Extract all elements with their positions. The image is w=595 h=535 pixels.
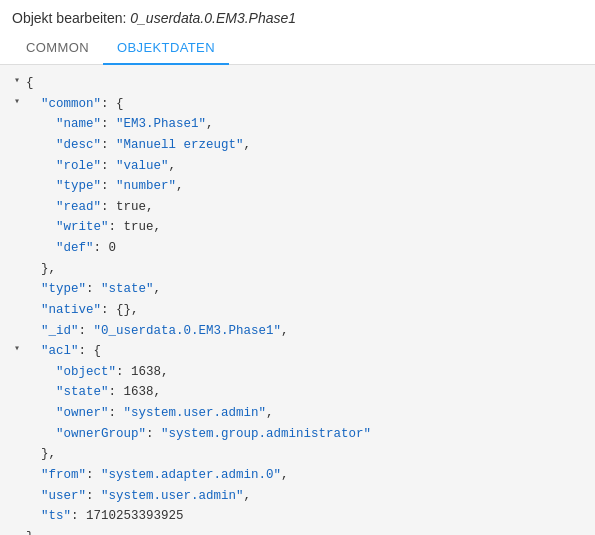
json-part: , <box>176 176 184 197</box>
json-part: : {} <box>101 300 131 321</box>
json-part: , <box>206 114 214 135</box>
tab-objektdaten[interactable]: OBJEKTDATEN <box>103 32 229 65</box>
json-part: : <box>101 135 116 156</box>
page-header: Objekt bearbeiten: 0_userdata.0.EM3.Phas… <box>0 0 595 32</box>
json-part: , <box>154 382 162 403</box>
json-part: , <box>244 135 252 156</box>
indent-spacer <box>26 197 56 218</box>
json-part: : <box>101 176 116 197</box>
json-line: "ts": 1710253393925 <box>8 506 595 527</box>
json-line: "state": 1638, <box>8 382 595 403</box>
json-part: "role" <box>56 156 101 177</box>
indent-spacer <box>26 506 41 527</box>
header-prefix: Objekt bearbeiten: <box>12 10 130 26</box>
indent-spacer <box>26 238 56 259</box>
collapse-toggle[interactable]: ▾ <box>8 73 26 90</box>
json-part: "system.user.admin" <box>101 486 244 507</box>
json-line: "write": true, <box>8 217 595 238</box>
json-part: "object" <box>56 362 116 383</box>
json-line: "_id": "0_userdata.0.EM3.Phase1", <box>8 321 595 342</box>
json-line: ▾ "acl": { <box>8 341 595 362</box>
json-line: "object": 1638, <box>8 362 595 383</box>
json-part: "write" <box>56 217 109 238</box>
tab-common[interactable]: COMMON <box>12 32 103 65</box>
json-part: 0 <box>109 238 117 259</box>
tabs-bar: COMMON OBJEKTDATEN <box>0 32 595 65</box>
json-part: : { <box>101 94 124 115</box>
json-part: "from" <box>41 465 86 486</box>
json-part: "number" <box>116 176 176 197</box>
json-part: "ownerGroup" <box>56 424 146 445</box>
json-part: , <box>131 300 139 321</box>
json-line: ▾{ <box>8 73 595 94</box>
json-line: }, <box>8 259 595 280</box>
indent-spacer <box>26 176 56 197</box>
indent-spacer <box>26 259 41 280</box>
json-part: "system.group.administrator" <box>161 424 371 445</box>
json-part: : <box>101 197 116 218</box>
indent-spacer <box>26 300 41 321</box>
json-part: "state" <box>101 279 154 300</box>
json-part: "0_userdata.0.EM3.Phase1" <box>94 321 282 342</box>
indent-spacer <box>26 94 41 115</box>
json-part: : <box>109 217 124 238</box>
indent-spacer <box>26 217 56 238</box>
json-part: }, <box>41 444 56 465</box>
indent-spacer <box>26 114 56 135</box>
indent-spacer <box>26 156 56 177</box>
json-part: "native" <box>41 300 101 321</box>
indent-spacer <box>26 341 41 362</box>
json-part: } <box>26 527 34 535</box>
indent-spacer <box>26 382 56 403</box>
json-part: : <box>146 424 161 445</box>
json-part: 1710253393925 <box>86 506 184 527</box>
json-line: "def": 0 <box>8 238 595 259</box>
json-part: "ts" <box>41 506 71 527</box>
json-part: "system.adapter.admin.0" <box>101 465 281 486</box>
json-part: "common" <box>41 94 101 115</box>
json-part: "type" <box>41 279 86 300</box>
json-part: : <box>94 238 109 259</box>
indent-spacer <box>26 444 41 465</box>
json-text: { <box>26 73 34 94</box>
json-line: "desc": "Manuell erzeugt", <box>8 135 595 156</box>
collapse-toggle[interactable]: ▾ <box>8 94 26 111</box>
indent-spacer <box>26 279 41 300</box>
json-part: , <box>154 279 162 300</box>
json-line: "type": "state", <box>8 279 595 300</box>
json-part: , <box>169 156 177 177</box>
json-line: "native": {}, <box>8 300 595 321</box>
json-part: , <box>146 197 154 218</box>
indent-spacer <box>26 321 41 342</box>
json-part: "value" <box>116 156 169 177</box>
json-line: "name": "EM3.Phase1", <box>8 114 595 135</box>
collapse-toggle[interactable]: ▾ <box>8 341 26 358</box>
json-part: , <box>161 362 169 383</box>
json-line: } <box>8 527 595 535</box>
json-part: : <box>86 279 101 300</box>
json-line: "role": "value", <box>8 156 595 177</box>
json-part: "EM3.Phase1" <box>116 114 206 135</box>
indent-spacer <box>26 135 56 156</box>
json-line: "ownerGroup": "system.group.administrato… <box>8 424 595 445</box>
json-part: "acl" <box>41 341 79 362</box>
json-part: , <box>154 217 162 238</box>
header-title: 0_userdata.0.EM3.Phase1 <box>130 10 296 26</box>
indent-spacer <box>26 486 41 507</box>
json-part: "_id" <box>41 321 79 342</box>
json-part: : <box>71 506 86 527</box>
json-part: "desc" <box>56 135 101 156</box>
json-part: 1638 <box>131 362 161 383</box>
json-part: "state" <box>56 382 109 403</box>
json-part: "user" <box>41 486 86 507</box>
json-part: "read" <box>56 197 101 218</box>
json-part: : <box>116 362 131 383</box>
json-part: "system.user.admin" <box>124 403 267 424</box>
json-part: }, <box>41 259 56 280</box>
json-part: : <box>79 321 94 342</box>
json-part: "Manuell erzeugt" <box>116 135 244 156</box>
indent-spacer <box>26 362 56 383</box>
json-part: : <box>101 156 116 177</box>
json-part: , <box>281 465 289 486</box>
json-part: "owner" <box>56 403 109 424</box>
